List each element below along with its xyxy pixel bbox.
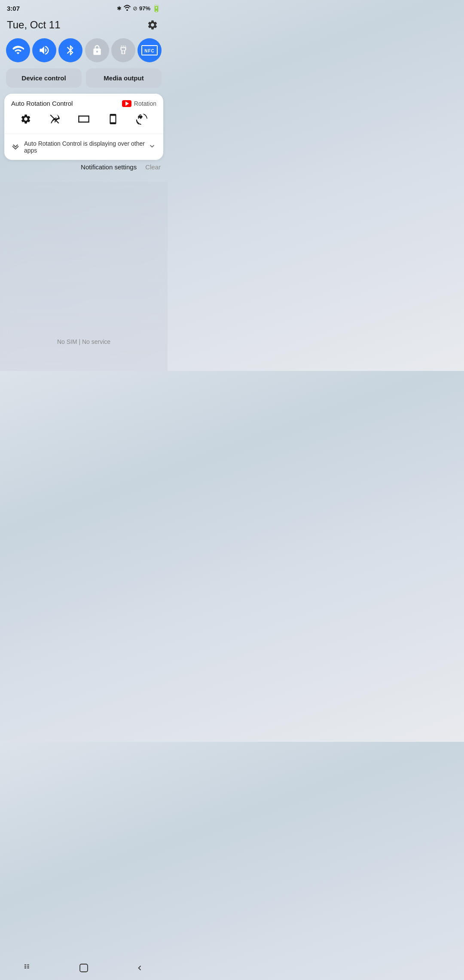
svg-point-0: [126, 9, 128, 11]
over-apps-left: Auto Rotation Control is displaying over…: [11, 140, 148, 154]
status-icons: ✱ ⊘ 97% 🔋: [117, 4, 161, 12]
layers-icon: [11, 142, 20, 153]
auto-rotate-icon[interactable]: [136, 113, 147, 127]
notif-app-name: Auto Rotation Control: [11, 100, 73, 107]
status-bar: 3:07 ✱ ⊘ 97% 🔋: [0, 0, 168, 14]
action-buttons-row: Device control Media output: [0, 68, 168, 88]
bluetooth-status-icon: ✱: [117, 5, 122, 12]
status-time: 3:07: [7, 5, 20, 12]
sound-toggle[interactable]: [32, 38, 56, 62]
wifi-toggle[interactable]: [6, 38, 30, 62]
clear-notification-button[interactable]: Clear: [145, 163, 161, 171]
quick-toggles-row: NFC: [0, 38, 168, 62]
battery-percent: 97%: [139, 5, 150, 12]
bluetooth-toggle[interactable]: [58, 38, 82, 62]
portrait-rot-icon[interactable]: [107, 113, 119, 127]
landscape-rot-icon[interactable]: [78, 113, 90, 128]
chevron-down-icon[interactable]: [148, 142, 156, 153]
wifi-status-icon: [123, 5, 131, 12]
notification-card: Auto Rotation Control Rotation: [4, 94, 163, 160]
notification-settings-button[interactable]: Notification settings: [81, 163, 137, 171]
no-sim-text: No SIM | No service: [0, 338, 168, 345]
over-apps-text: Auto Rotation Control is displaying over…: [24, 140, 148, 154]
date-row: Tue, Oct 11: [0, 14, 168, 38]
youtube-play-triangle: [125, 101, 129, 106]
nfc-toggle[interactable]: NFC: [137, 38, 162, 62]
screenlock-toggle[interactable]: [85, 38, 109, 62]
battery-icon: 🔋: [152, 4, 161, 12]
notif-actions-row: Notification settings Clear: [0, 160, 168, 177]
media-output-button[interactable]: Media output: [86, 68, 162, 88]
settings-gear-button[interactable]: [144, 17, 161, 33]
notif-badge: Rotation: [122, 100, 156, 107]
notif-header: Auto Rotation Control Rotation: [4, 94, 163, 111]
notif-rotation-label: Rotation: [134, 100, 156, 107]
ban-rot-icon[interactable]: [49, 113, 60, 127]
youtube-icon: [122, 100, 131, 107]
nosim-icon: ⊘: [133, 5, 137, 12]
settings-rot-icon[interactable]: [20, 113, 31, 127]
flashlight-toggle[interactable]: [111, 38, 135, 62]
device-control-button[interactable]: Device control: [6, 68, 82, 88]
rotation-controls: [4, 111, 163, 134]
date-display: Tue, Oct 11: [7, 19, 61, 31]
over-apps-row: Auto Rotation Control is displaying over…: [4, 134, 163, 160]
